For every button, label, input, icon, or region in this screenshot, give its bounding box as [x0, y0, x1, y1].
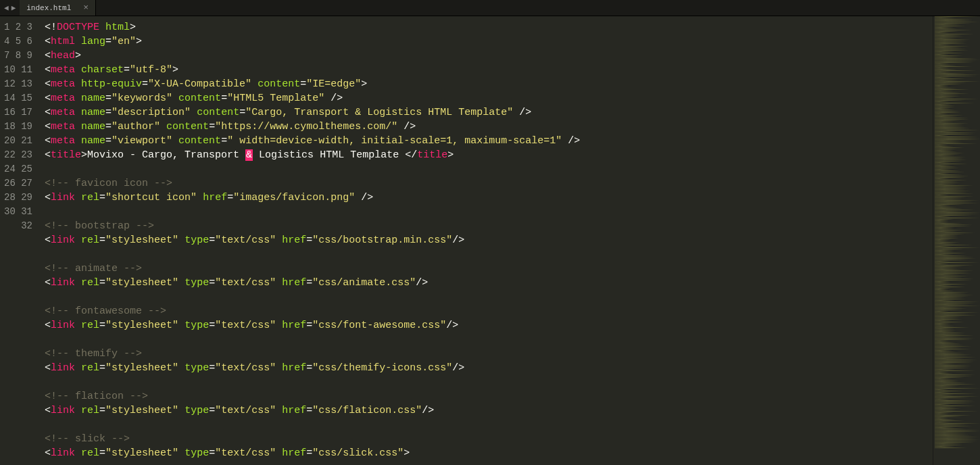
back-icon[interactable]: ◀ [4, 3, 9, 12]
tab-bar: ◀ ▶ index.html × [0, 0, 980, 16]
close-icon[interactable]: × [83, 3, 89, 13]
minimap[interactable] [933, 16, 980, 465]
forward-icon[interactable]: ▶ [11, 3, 16, 12]
tab-label: index.html [26, 4, 71, 12]
tab-index-html[interactable]: index.html × [20, 0, 96, 16]
line-number-gutter: 1 2 3 4 5 6 7 8 9 10 11 12 13 14 15 16 1… [0, 16, 42, 465]
code-area[interactable]: <!DOCTYPE html> <html lang="en"> <head> … [42, 16, 933, 465]
nav-arrows: ◀ ▶ [0, 0, 20, 16]
editor: 1 2 3 4 5 6 7 8 9 10 11 12 13 14 15 16 1… [0, 16, 980, 465]
